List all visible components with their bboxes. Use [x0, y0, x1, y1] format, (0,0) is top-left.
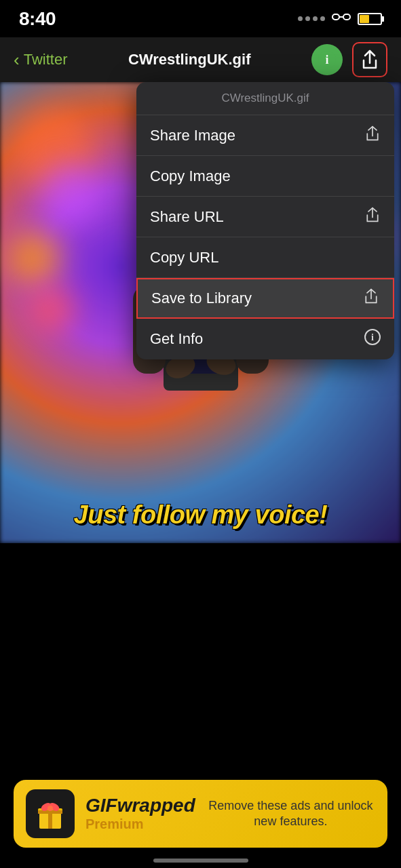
share-url-label: Share URL [150, 208, 224, 226]
status-time: 8:40 [19, 8, 56, 30]
ad-app-name: GIFwrapped [85, 795, 195, 816]
gif-subtitle: Just follow my voice! [20, 500, 381, 530]
ad-description: Remove these ads and unlock new features… [206, 798, 375, 830]
dark-area [0, 543, 401, 767]
get-info-label: Get Info [150, 330, 203, 348]
ad-premium-label: Premium [85, 816, 195, 832]
signal-dot-3 [313, 16, 318, 21]
svg-rect-1 [343, 14, 350, 20]
bokeh-2 [41, 163, 102, 224]
save-to-library-label: Save to Library [151, 290, 252, 307]
chevron-left-icon: ‹ [14, 51, 20, 68]
menu-item-copy-url[interactable]: Copy URL [136, 237, 394, 278]
save-to-library-icon [363, 288, 379, 309]
svg-text:i: i [371, 332, 374, 342]
bokeh-4 [7, 231, 61, 285]
bokeh-6 [27, 285, 75, 333]
battery-icon [358, 13, 382, 25]
battery-fill [360, 15, 369, 23]
menu-item-copy-image[interactable]: Copy Image [136, 156, 394, 197]
back-button[interactable]: ‹ Twitter [14, 51, 67, 68]
copy-url-label: Copy URL [150, 249, 218, 267]
svg-text:i: i [325, 53, 328, 66]
home-indicator [153, 859, 248, 863]
ad-text-group: GIFwrapped Premium [85, 795, 195, 832]
ad-banner[interactable]: GIFwrapped Premium Remove these ads and … [14, 780, 387, 848]
svg-point-22 [47, 806, 53, 811]
menu-header: CWrestlingUK.gif [136, 82, 394, 115]
info-button[interactable]: i [311, 44, 343, 75]
copy-image-label: Copy Image [150, 167, 231, 185]
get-info-icon: i [364, 329, 381, 349]
ad-logo [26, 789, 75, 838]
signal-dot-4 [320, 16, 325, 21]
signal-dot-1 [298, 16, 303, 21]
share-image-label: Share Image [150, 127, 235, 144]
share-icon [361, 50, 379, 70]
wifi-icon [332, 11, 351, 26]
nav-bar: ‹ Twitter CWrestlingUK.gif i [0, 37, 401, 82]
status-icons [298, 11, 382, 26]
menu-item-get-info[interactable]: Get Info i [136, 319, 394, 359]
share-image-icon [364, 125, 381, 146]
menu-item-share-image[interactable]: Share Image [136, 115, 394, 156]
share-url-icon [364, 207, 381, 227]
status-bar: 8:40 [0, 0, 401, 37]
svg-rect-0 [332, 14, 339, 20]
info-icon: i [318, 50, 337, 69]
signal-dot-2 [305, 16, 310, 21]
menu-item-save-to-library[interactable]: Save to Library [136, 278, 394, 319]
page-title: CWrestlingUK.gif [67, 51, 311, 68]
back-label: Twitter [24, 51, 68, 68]
nav-actions: i [311, 42, 387, 77]
menu-item-share-url[interactable]: Share URL [136, 197, 394, 237]
share-button[interactable] [352, 42, 387, 77]
signal-dots [298, 16, 325, 21]
dropdown-menu: CWrestlingUK.gif Share Image Copy Image … [136, 82, 394, 359]
ad-logo-icon [34, 797, 66, 830]
